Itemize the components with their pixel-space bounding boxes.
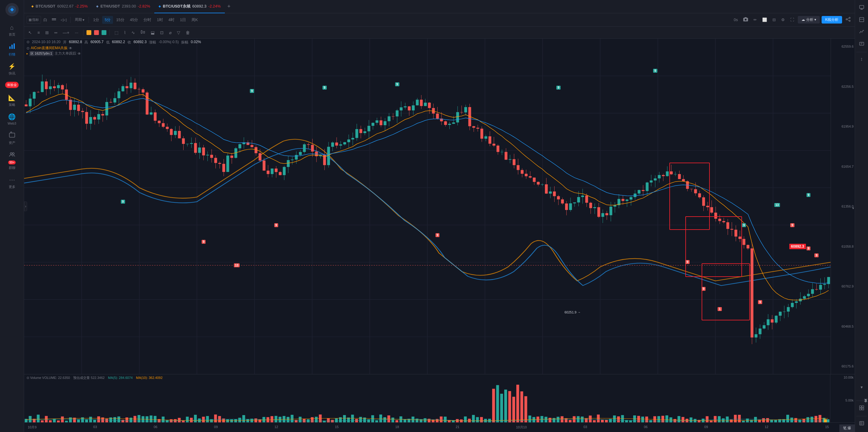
sidebar-item-news[interactable]: ⚡ 快讯 xyxy=(0,60,24,79)
expand-btn[interactable]: ⛶ xyxy=(788,16,796,23)
chart-canvas[interactable] xyxy=(24,39,831,374)
svg-rect-50 xyxy=(860,408,861,410)
close-val: 60892.3 xyxy=(133,40,147,45)
vol-scale-1: 10.00k xyxy=(832,376,854,379)
price-level-4: 61654.7 xyxy=(832,165,854,168)
price-level-5: 61356.0 xyxy=(832,205,854,208)
cursor-tool-btn[interactable]: ↖ xyxy=(27,29,34,36)
right-btn-5[interactable]: ↕ xyxy=(855,54,868,64)
svg-text:▼: ▼ xyxy=(860,385,864,390)
filter-tool-btn[interactable]: ▽ xyxy=(175,29,182,36)
kline-analysis-btn[interactable]: K线分析 xyxy=(822,16,842,24)
price-scale: 62559.6 62256.5 61954.9 61654.7 61356.0 … xyxy=(831,39,855,374)
save-template-btn[interactable]: ⊟ xyxy=(771,16,778,23)
toolbar-btn-1[interactable]: 白 xyxy=(41,16,49,24)
timeframe-1m[interactable]: 1分 xyxy=(91,16,101,24)
overlay-label: 区 16257p9n:1 xyxy=(29,51,53,56)
fullscreen-btn[interactable]: ⬜ xyxy=(761,16,769,23)
measure-tool-btn[interactable]: ⬓ xyxy=(149,29,156,36)
assets-icon xyxy=(9,131,16,139)
ma10-label: MA(10): xyxy=(136,376,148,379)
line-tool-btn[interactable]: ═ xyxy=(53,29,59,36)
estimated-label: 预估成交量 xyxy=(73,376,90,379)
timeframe-4h[interactable]: 4时 xyxy=(166,16,177,24)
timeframe-45m[interactable]: 45分 xyxy=(127,16,141,24)
indicator-check: ⊙ xyxy=(27,46,30,50)
amplitude-val: 0.02% xyxy=(191,40,201,45)
tab-add-button[interactable]: + xyxy=(225,3,233,10)
timeframe-15m[interactable]: 15分 xyxy=(114,16,127,24)
right-btn-table[interactable] xyxy=(855,418,868,430)
share-btn[interactable] xyxy=(844,16,852,24)
timeframe-weekly[interactable]: 周K xyxy=(189,16,200,24)
svg-rect-49 xyxy=(862,406,864,408)
screenshot-btn[interactable] xyxy=(741,16,750,24)
eye-icon: 👁 xyxy=(69,46,72,50)
ohlc-info: ⊙ 2024-10-10 16:20 开 60892.8 高 60905.7 低… xyxy=(27,40,201,45)
sidebar-item-web3[interactable]: 🌐 Web3 xyxy=(0,110,24,128)
pattern-tool-btn[interactable] xyxy=(138,28,147,36)
volume-scale: 10.00k 5.00k xyxy=(830,374,855,422)
chart-info-overlay: ⊙ 2024-10-10 16:20 开 60892.8 高 60905.7 低… xyxy=(27,40,201,56)
volume-canvas[interactable] xyxy=(24,380,830,422)
plus-tool-btn[interactable]: —+ xyxy=(61,29,71,36)
right-btn-grid[interactable] xyxy=(855,403,868,414)
time-label-13: 15 xyxy=(825,425,829,430)
svg-rect-1 xyxy=(9,47,10,49)
svg-line-12 xyxy=(847,18,849,19)
svg-rect-15 xyxy=(144,31,145,33)
time-label-9: 03 xyxy=(584,425,587,430)
current-price-tag: 60892.3 xyxy=(789,244,806,249)
scale-down-btn[interactable]: ▾ xyxy=(852,206,854,210)
timeframe-1d[interactable]: 1日 xyxy=(178,16,188,24)
prev-period-btn[interactable]: ◁◁ xyxy=(59,16,68,23)
left-sidebar: ⌂ 首页 行情 ⚡ 快讯 体验金 📐 策略 🌐 Web3 xyxy=(0,0,24,432)
color-teal-btn[interactable] xyxy=(101,30,106,35)
experience-gold-btn[interactable]: 体验金 xyxy=(5,82,19,88)
group-badge: 99+ xyxy=(8,161,16,165)
link-tool-btn[interactable]: ⌀ xyxy=(167,29,173,36)
period-dropdown[interactable]: 周期 ▾ xyxy=(72,16,87,24)
right-btn-order[interactable]: 下单 xyxy=(855,394,868,399)
more-tools-btn[interactable]: ··· xyxy=(73,29,80,36)
right-btn-2[interactable] xyxy=(855,15,868,26)
color-yellow-btn[interactable] xyxy=(87,30,91,35)
cross-tool-btn[interactable]: ⊞ xyxy=(43,29,51,36)
color-red-btn[interactable] xyxy=(94,30,99,35)
right-btn-chart[interactable] xyxy=(855,27,868,38)
draw-btn[interactable]: ✏ xyxy=(752,16,758,23)
ema-indicator-label: AICoin直播间EMA共振 xyxy=(31,46,67,51)
toolbar-btn-2[interactable] xyxy=(50,16,58,24)
group-icon xyxy=(9,151,16,159)
delete-tool-btn[interactable]: 🗑 xyxy=(184,29,192,36)
rect-tool-btn[interactable]: ⬚ xyxy=(113,29,120,36)
sidebar-item-group[interactable]: 99+ 群聊 xyxy=(0,148,24,173)
timeframe-5m[interactable]: 5分 xyxy=(102,16,113,24)
right-btn-1[interactable] xyxy=(855,2,868,14)
sidebar-item-market[interactable]: 行情 xyxy=(0,40,24,60)
right-btn-down-arrow[interactable]: ▼ xyxy=(855,382,868,393)
tab-btc-usdt-perp[interactable]: ◆ BTC/USDT永续 60892.3 -2.24% xyxy=(154,0,225,13)
tab-eth-usdt[interactable]: ◆ ETH/USDT 2393.00 -2.82% xyxy=(92,0,154,13)
overlay-marker: ▸ xyxy=(27,52,28,55)
sidebar-item-strategy[interactable]: 📐 策略 xyxy=(0,91,24,110)
analysis-dropdown-btn[interactable]: ☁ 分析 ▾ xyxy=(798,16,820,24)
timeframe-1h[interactable]: 1时 xyxy=(154,16,165,24)
bi-bao-btn[interactable]: 笔 爆 xyxy=(839,425,855,432)
right-btn-4[interactable] xyxy=(855,39,868,50)
indicator-box-btn[interactable]: ▦ 指标 xyxy=(27,16,41,24)
wave-tool-btn[interactable]: ∿ xyxy=(130,29,137,36)
change-val: -0.00%(-0.5) xyxy=(158,40,179,45)
timeframe-tick[interactable]: 分时 xyxy=(141,16,154,24)
settings-btn[interactable]: ⚙ xyxy=(779,16,786,23)
fib-tool-btn[interactable]: ⌇ xyxy=(122,29,128,36)
tab-btc-usdt[interactable]: ◆ BTC/USDT 60922.67 -2.25% xyxy=(27,0,92,13)
label-tool-btn[interactable]: ⊡ xyxy=(158,29,165,36)
toolbar: ▦ 指标 白 ◁◁ 周期 ▾ 1分 5分 xyxy=(24,13,855,27)
sidebar-item-more[interactable]: ⋯ 更多 xyxy=(0,173,24,192)
text-tool-btn[interactable]: ≡ xyxy=(36,29,41,36)
collapse-sidebar-btn[interactable]: › xyxy=(24,202,27,211)
sidebar-item-home[interactable]: ⌂ 首页 xyxy=(0,21,24,40)
sidebar-item-assets[interactable]: 资产 xyxy=(0,128,24,148)
chart-main[interactable]: ⊙ 2024-10-10 16:20 开 60892.8 高 60905.7 低… xyxy=(24,39,831,374)
